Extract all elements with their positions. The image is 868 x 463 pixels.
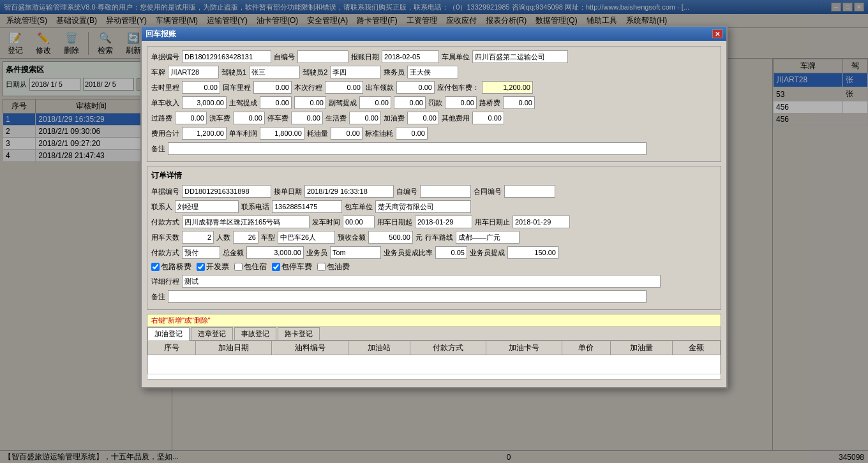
main-driver-bonus-label: 主驾提成 [229, 98, 257, 108]
car-wash-label: 洗车费 [209, 114, 230, 123]
fuel-table: 序号 加油日期 油料编号 加油站 付款方式 加油卡号 单价 加油量 金额 [147, 341, 721, 374]
parking-input[interactable] [291, 112, 323, 124]
fuel-consumption-input[interactable] [331, 127, 363, 140]
vehicle-profit-label: 单车利润 [229, 129, 257, 138]
driver1-input[interactable] [249, 66, 300, 78]
vehicle-profit-input[interactable] [260, 127, 304, 140]
persons-input[interactable] [233, 231, 258, 244]
use-date-start-input[interactable] [415, 216, 472, 228]
total-amount-input[interactable] [246, 246, 304, 259]
contact-input[interactable] [175, 200, 239, 213]
tab-roadcard[interactable]: 路卡登记 [278, 327, 320, 340]
modal-title: 回车报账 [146, 29, 176, 40]
receipt-row-5: 过路费 洗车费 停车费 生活费 加油费 其他费用 [151, 112, 717, 124]
standard-fuel-input[interactable] [396, 127, 428, 140]
payable-package-input[interactable] [482, 81, 533, 94]
modal-overlay: 回车报账 ✕ 单据编号 自编号 报账日期 车属单位 车牌 [0, 0, 868, 463]
commission-rate-input[interactable] [435, 246, 467, 259]
depart-mileage-input[interactable] [182, 81, 220, 94]
trip-mileage-label: 本次行程 [294, 83, 322, 92]
contract-no-input[interactable] [504, 185, 555, 198]
total-expense-input[interactable] [182, 127, 227, 140]
salesperson-input[interactable] [330, 246, 381, 259]
vehicle-income-input[interactable] [182, 96, 227, 109]
pay-method2-input[interactable] [182, 246, 220, 259]
tab-bar: 加油登记 违章登记 事故登记 路卡登记 [147, 327, 721, 341]
advance-amount-input[interactable] [368, 231, 413, 244]
tab-accident[interactable]: 事故登记 [234, 327, 276, 340]
fuel-col-code: 油料编号 [272, 341, 348, 355]
payable-package-label: 应付包车费： [437, 83, 479, 92]
fuel-col-seq: 序号 [148, 341, 196, 355]
advance-input[interactable] [396, 81, 435, 94]
other-fee-input[interactable] [472, 112, 504, 124]
order-no-input[interactable] [182, 185, 271, 198]
advance-amount-label: 预收金额 [338, 233, 366, 242]
living-input[interactable] [349, 112, 381, 124]
return-mileage-input[interactable] [253, 81, 292, 94]
depart-time-input[interactable] [343, 216, 375, 228]
car-wash-input[interactable] [233, 112, 265, 124]
order-remarks-row: 备注 [151, 290, 717, 303]
trip-mileage-input[interactable] [325, 81, 363, 94]
itinerary-row: 详细行程 [151, 275, 717, 288]
commission-rate-label: 业务员提成比率 [384, 248, 433, 258]
account-date-input[interactable] [382, 50, 439, 63]
modal-body: 单据编号 自编号 报账日期 车属单位 车牌 驾驶员1 驾驶员2 [142, 41, 726, 387]
order-self-no-input[interactable] [420, 185, 471, 198]
driver1-label: 驾驶员1 [221, 68, 246, 77]
service-staff-input[interactable] [407, 66, 458, 78]
package-unit-input[interactable] [375, 200, 471, 213]
receipt-no-input[interactable] [182, 50, 271, 63]
use-date-end-input[interactable] [513, 216, 570, 228]
use-days-input[interactable] [182, 231, 214, 244]
main-driver-bonus-input[interactable] [260, 96, 292, 109]
fuel-empty [148, 355, 721, 374]
receipt-row-2: 车牌 驾驶员1 驾驶员2 乘务员 [151, 66, 717, 78]
co-driver-bonus2-input[interactable] [394, 96, 426, 109]
toll-fee-input[interactable] [503, 96, 535, 109]
order-row-1: 单据编号 接单日期 自编号 合同编号 [151, 185, 717, 198]
order-remarks-label: 备注 [151, 292, 165, 302]
plate-label: 车牌 [151, 68, 165, 77]
toll-bridge-checkbox[interactable] [151, 263, 160, 271]
fuel-fee-checkbox[interactable] [317, 263, 326, 271]
phone-input[interactable] [272, 200, 342, 213]
co-driver-bonus-input[interactable] [359, 96, 391, 109]
fuel-col-price: 单价 [562, 341, 610, 355]
tab-violation[interactable]: 违章登记 [191, 327, 233, 340]
accommodation-checkbox[interactable] [234, 263, 243, 271]
penalty-input[interactable] [445, 96, 477, 109]
plate-input[interactable] [168, 66, 219, 78]
route-input[interactable] [456, 231, 520, 244]
modal-title-bar: 回车报账 ✕ [142, 27, 726, 41]
toll-bridge-label: 包路桥费 [161, 261, 191, 272]
commission-label: 业务员提成 [470, 248, 505, 258]
pay-method-input[interactable] [182, 216, 310, 228]
main-driver-bonus2-input[interactable] [294, 96, 326, 109]
vehicle-type-input[interactable] [278, 231, 335, 244]
fuel-table-row [148, 355, 721, 374]
road-fee-input[interactable] [175, 112, 207, 124]
fuel-fee-input[interactable] [407, 112, 439, 124]
remark-input[interactable] [168, 142, 647, 155]
order-remarks-input[interactable] [168, 290, 647, 303]
commission-input[interactable] [507, 246, 558, 259]
parking-fee-checkbox[interactable] [272, 263, 280, 271]
vehicle-unit-input[interactable] [472, 50, 568, 63]
receive-date-input[interactable] [304, 185, 394, 198]
order-no-label: 单据编号 [151, 187, 179, 196]
tab-fuel[interactable]: 加油登记 [147, 327, 190, 341]
self-no-label: 自编号 [274, 52, 295, 62]
modal-close-button[interactable]: ✕ [712, 29, 722, 38]
invoice-checkbox[interactable] [197, 263, 205, 271]
accommodation-label: 包住宿 [244, 261, 267, 272]
total-amount-label: 总金额 [223, 248, 244, 258]
driver2-input[interactable] [330, 66, 381, 78]
receipt-no-label: 单据编号 [151, 52, 179, 62]
self-no-input[interactable] [297, 50, 348, 63]
order-section-title: 订单详情 [151, 170, 717, 181]
receipt-section: 单据编号 自编号 报账日期 车属单位 车牌 驾驶员1 驾驶员2 [147, 46, 721, 162]
receipt-row-6: 费用合计 单车利润 耗油量 标准油耗 [151, 127, 717, 140]
itinerary-input[interactable] [182, 275, 661, 288]
